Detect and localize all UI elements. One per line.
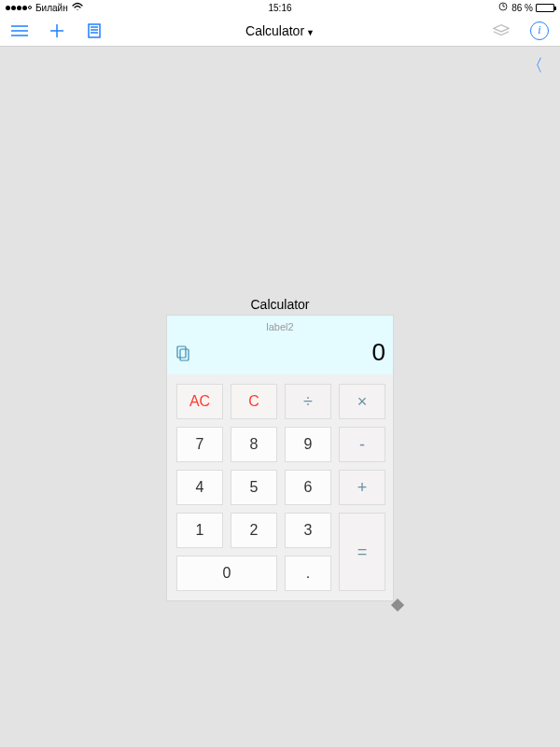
key-8[interactable]: 8 bbox=[231, 427, 277, 462]
key-4[interactable]: 4 bbox=[176, 470, 223, 505]
key-0[interactable]: 0 bbox=[176, 556, 277, 591]
key-1[interactable]: 1 bbox=[176, 513, 223, 548]
key-dot[interactable]: . bbox=[285, 556, 331, 591]
calculator-widget[interactable]: label2 0 AC C ÷ × 7 8 9 - 4 5 6 + 1 2 3 bbox=[166, 315, 394, 601]
info-icon[interactable]: i bbox=[530, 21, 549, 40]
key-equals[interactable]: = bbox=[339, 513, 385, 591]
page-icon[interactable] bbox=[86, 22, 103, 39]
key-5[interactable]: 5 bbox=[231, 470, 277, 505]
key-divide[interactable]: ÷ bbox=[285, 384, 331, 419]
add-icon[interactable] bbox=[49, 22, 65, 39]
battery: 86 % bbox=[511, 3, 554, 13]
wifi-icon bbox=[72, 2, 83, 13]
layers-icon[interactable] bbox=[493, 22, 510, 39]
key-add[interactable]: + bbox=[339, 470, 385, 505]
battery-icon bbox=[536, 4, 554, 12]
display-value: 0 bbox=[372, 338, 385, 367]
status-right: 86 % bbox=[498, 2, 554, 13]
status-bar: Билайн 15:16 86 % bbox=[0, 0, 560, 15]
clock: 15:16 bbox=[268, 3, 291, 13]
key-2[interactable]: 2 bbox=[231, 513, 277, 548]
page-title[interactable]: Calculator▼ bbox=[245, 23, 315, 38]
key-subtract[interactable]: - bbox=[339, 427, 385, 462]
menu-icon[interactable] bbox=[11, 22, 28, 39]
resize-handle[interactable] bbox=[391, 599, 404, 612]
calculator-display: label2 0 bbox=[167, 316, 393, 374]
design-canvas[interactable]: Calculator label2 0 AC C ÷ × 7 8 9 - 4 5… bbox=[0, 47, 560, 747]
keypad: AC C ÷ × 7 8 9 - 4 5 6 + 1 2 3 = 0 . bbox=[167, 374, 393, 600]
widget-title: Calculator bbox=[250, 297, 309, 312]
key-6[interactable]: 6 bbox=[285, 470, 331, 505]
carrier-label: Билайн bbox=[35, 3, 68, 13]
svg-rect-12 bbox=[180, 349, 189, 360]
nav-bar: Calculator▼ i bbox=[0, 15, 560, 47]
key-multiply[interactable]: × bbox=[339, 384, 385, 419]
key-9[interactable]: 9 bbox=[285, 427, 331, 462]
display-label2: label2 bbox=[175, 319, 385, 338]
caret-down-icon: ▼ bbox=[306, 28, 315, 37]
page-title-text: Calculator bbox=[245, 23, 304, 38]
svg-marker-10 bbox=[494, 24, 509, 31]
battery-pct: 86 % bbox=[511, 3, 533, 13]
key-ac[interactable]: AC bbox=[176, 384, 223, 419]
status-left: Билайн bbox=[6, 2, 83, 13]
key-7[interactable]: 7 bbox=[176, 427, 223, 462]
key-3[interactable]: 3 bbox=[285, 513, 331, 548]
svg-rect-11 bbox=[177, 346, 186, 358]
signal-icon bbox=[6, 6, 32, 10]
copy-icon[interactable] bbox=[175, 345, 191, 361]
svg-rect-6 bbox=[89, 24, 100, 37]
rotation-lock-icon bbox=[498, 2, 508, 13]
key-c[interactable]: C bbox=[231, 384, 277, 419]
